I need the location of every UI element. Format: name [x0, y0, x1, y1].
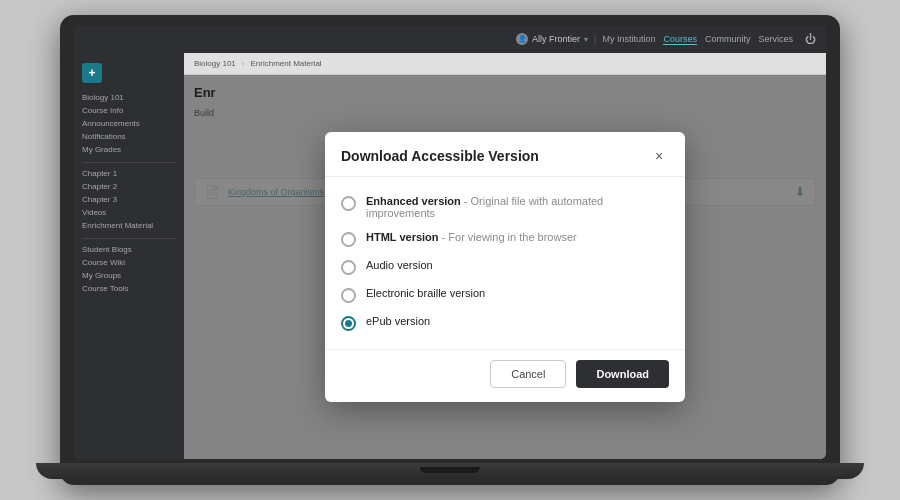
plus-icon: +: [88, 66, 95, 80]
breadcrumb-sep: ›: [242, 59, 245, 68]
option-audio[interactable]: Audio version: [341, 253, 669, 281]
modal-close-button[interactable]: ×: [649, 146, 669, 166]
radio-audio[interactable]: [341, 260, 356, 275]
option-epub-label: ePub version: [366, 315, 430, 327]
modal-header: Download Accessible Version ×: [325, 132, 685, 177]
option-audio-label: Audio version: [366, 259, 433, 271]
option-html[interactable]: HTML version - For viewing in the browse…: [341, 225, 669, 253]
sidebar-item-courseinfo[interactable]: Course Info: [82, 104, 176, 117]
radio-braille[interactable]: [341, 288, 356, 303]
sidebar-item-groups[interactable]: My Groups: [82, 269, 176, 282]
option-braille-label: Electronic braille version: [366, 287, 485, 299]
sidebar-item-announcements[interactable]: Announcements: [82, 117, 176, 130]
sidebar-divider-1: [82, 162, 176, 163]
sidebar-divider-2: [82, 238, 176, 239]
option-html-label: HTML version - For viewing in the browse…: [366, 231, 577, 243]
sidebar-item-videos[interactable]: Videos: [82, 206, 176, 219]
sidebar-item-chapter3[interactable]: Chapter 3: [82, 193, 176, 206]
nav-link-institution[interactable]: My Institution: [602, 34, 655, 44]
nav-divider-1: |: [594, 34, 596, 44]
sidebar-item-chapter2[interactable]: Chapter 2: [82, 180, 176, 193]
laptop-notch: [420, 467, 480, 473]
top-nav: 👤 Ally Frontier ▾ | My Institution Cours…: [74, 25, 826, 53]
screen-bezel: 👤 Ally Frontier ▾ | My Institution Cours…: [74, 25, 826, 459]
option-braille[interactable]: Electronic braille version: [341, 281, 669, 309]
main-area: + Biology 101 Course Info Announcements …: [74, 53, 826, 459]
sidebar-item-chapter1[interactable]: Chapter 1: [82, 167, 176, 180]
laptop-shell: 👤 Ally Frontier ▾ | My Institution Cours…: [60, 15, 840, 485]
nav-user-name: Ally Frontier: [532, 34, 580, 44]
power-icon[interactable]: ⏻: [805, 33, 816, 45]
download-modal: Download Accessible Version × Enhanced v…: [325, 132, 685, 402]
nav-link-community[interactable]: Community: [705, 34, 751, 44]
nav-link-courses[interactable]: Courses: [663, 34, 697, 45]
radio-enhanced[interactable]: [341, 196, 356, 211]
sidebar-item-blogs[interactable]: Student Blogs: [82, 243, 176, 256]
breadcrumb-biology[interactable]: Biology 101: [194, 59, 236, 68]
nav-user: 👤 Ally Frontier ▾: [516, 33, 588, 45]
radio-html[interactable]: [341, 232, 356, 247]
content-body: Enr Build 📄 Kingdoms of Organisms ⬇ Down…: [184, 75, 826, 459]
sidebar-item-notifications[interactable]: Notifications: [82, 130, 176, 143]
nav-link-services[interactable]: Services: [758, 34, 793, 44]
sidebar-item-biology101[interactable]: Biology 101: [82, 91, 176, 104]
sidebar-section-1: Biology 101 Course Info Announcements No…: [74, 91, 184, 156]
sidebar-item-wiki[interactable]: Course Wiki: [82, 256, 176, 269]
user-icon: 👤: [516, 33, 528, 45]
sidebar-section-2: Chapter 1 Chapter 2 Chapter 3 Videos Enr…: [74, 167, 184, 232]
screen: 👤 Ally Frontier ▾ | My Institution Cours…: [74, 25, 826, 459]
cancel-button[interactable]: Cancel: [490, 360, 566, 388]
nav-chevron-icon: ▾: [584, 35, 588, 44]
download-button[interactable]: Download: [576, 360, 669, 388]
modal-title: Download Accessible Version: [341, 148, 539, 164]
option-epub[interactable]: ePub version: [341, 309, 669, 337]
modal-overlay: Download Accessible Version × Enhanced v…: [184, 75, 826, 459]
laptop-base: [36, 463, 863, 479]
option-html-sublabel: - For viewing in the browser: [442, 231, 577, 243]
breadcrumb: Biology 101 › Enrichment Material: [184, 53, 826, 75]
sidebar-logo: +: [82, 63, 102, 83]
radio-epub[interactable]: [341, 316, 356, 331]
sidebar-item-enrichment[interactable]: Enrichment Material: [82, 219, 176, 232]
sidebar-section-3: Student Blogs Course Wiki My Groups Cour…: [74, 243, 184, 295]
sidebar-item-mygrades[interactable]: My Grades: [82, 143, 176, 156]
modal-footer: Cancel Download: [325, 349, 685, 402]
option-enhanced-label: Enhanced version - Original file with au…: [366, 195, 669, 219]
modal-body: Enhanced version - Original file with au…: [325, 177, 685, 349]
breadcrumb-enrichment[interactable]: Enrichment Material: [250, 59, 321, 68]
sidebar: + Biology 101 Course Info Announcements …: [74, 53, 184, 459]
nav-links: My Institution Courses Community Service…: [602, 34, 793, 45]
content-area: Biology 101 › Enrichment Material Enr Bu…: [184, 53, 826, 459]
option-enhanced[interactable]: Enhanced version - Original file with au…: [341, 189, 669, 225]
sidebar-item-tools[interactable]: Course Tools: [82, 282, 176, 295]
